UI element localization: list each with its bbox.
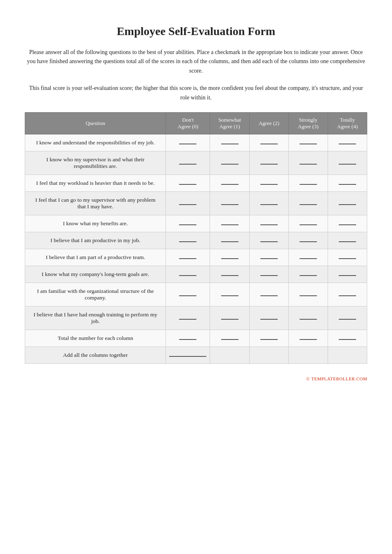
answer-cell[interactable] [249,266,288,283]
evaluation-table: Question Don'tAgree (0) SomewhatAgree (1… [25,112,367,364]
answer-cell[interactable] [249,174,288,191]
answer-cell[interactable] [288,249,328,266]
answer-cell[interactable] [249,134,288,151]
answer-cell[interactable] [328,191,367,215]
answer-cell[interactable] [249,232,288,249]
question-cell: I know who my supervisor is and what the… [25,151,166,174]
question-cell: I am familiar with the organizational st… [25,283,166,306]
answer-cell[interactable] [249,215,288,232]
answer-cell[interactable] [328,283,367,306]
answer-cell[interactable] [249,283,288,306]
header-col0: Don'tAgree (0) [166,112,210,134]
header-col2: Agree (2) [249,112,288,134]
answer-cell[interactable] [288,215,328,232]
answer-cell[interactable] [328,266,367,283]
footer-text: © TEMPLATEROLLER.COM [306,376,367,381]
table-row: I know who my supervisor is and what the… [25,151,367,174]
table-row: I feel that my workload is heavier than … [25,174,367,191]
table-row: I believe that I have had enough trainin… [25,306,367,330]
answer-cell[interactable] [288,232,328,249]
table-row: I believe that I am part of a productive… [25,249,367,266]
intro-paragraph: Please answer all of the following quest… [25,48,367,75]
answer-cell[interactable] [328,347,367,363]
table-row: I know and understand the responsibiliti… [25,134,367,151]
answer-cell[interactable] [166,134,210,151]
question-cell: I know what my company's long-term goals… [25,266,166,283]
table-row: I believe that I am productive in my job… [25,232,367,249]
answer-cell[interactable] [166,232,210,249]
header-col4: TotallyAgree (4) [328,112,367,134]
answer-cell[interactable] [328,249,367,266]
answer-cell[interactable] [288,134,328,151]
page-title: Employee Self-Evaluation Form [25,25,367,38]
answer-cell[interactable] [249,151,288,174]
answer-cell[interactable] [249,330,288,347]
answer-cell[interactable] [210,249,249,266]
question-cell: I know and understand the responsibiliti… [25,134,166,151]
question-cell: I believe that I am productive in my job… [25,232,166,249]
question-cell: I believe that I have had enough trainin… [25,306,166,330]
table-row: I know what my company's long-term goals… [25,266,367,283]
answer-cell[interactable] [328,306,367,330]
answer-cell[interactable] [288,306,328,330]
answer-cell[interactable] [249,249,288,266]
answer-cell[interactable] [328,232,367,249]
answer-cell[interactable] [210,191,249,215]
answer-cell[interactable] [166,215,210,232]
answer-cell[interactable] [210,151,249,174]
answer-cell[interactable] [288,347,328,363]
answer-cell[interactable] [288,330,328,347]
answer-cell[interactable] [288,283,328,306]
answer-cell[interactable] [166,174,210,191]
question-cell: Add all the columns together [25,347,166,363]
question-cell: I feel that my workload is heavier than … [25,174,166,191]
header-col3: StronglyAgree (3) [288,112,328,134]
question-cell: I believe that I am part of a productive… [25,249,166,266]
answer-cell[interactable] [210,266,249,283]
answer-cell[interactable] [210,174,249,191]
answer-cell[interactable] [210,215,249,232]
answer-cell[interactable] [166,191,210,215]
answer-cell[interactable] [210,134,249,151]
answer-cell[interactable] [166,347,210,363]
answer-cell[interactable] [249,191,288,215]
question-cell: I feel that I can go to my supervisor wi… [25,191,166,215]
question-cell: Total the number for each column [25,330,166,347]
answer-cell[interactable] [249,347,288,363]
answer-cell[interactable] [210,283,249,306]
header-col1: SomewhatAgree (1) [210,112,249,134]
answer-cell[interactable] [288,174,328,191]
table-row: Add all the columns together [25,347,367,363]
answer-cell[interactable] [249,306,288,330]
answer-cell[interactable] [166,330,210,347]
answer-cell[interactable] [288,151,328,174]
table-row: I feel that I can go to my supervisor wi… [25,191,367,215]
answer-cell[interactable] [166,306,210,330]
footer: © TEMPLATEROLLER.COM [25,376,367,381]
answer-cell[interactable] [328,174,367,191]
answer-cell[interactable] [210,347,249,363]
answer-cell[interactable] [166,266,210,283]
header-question: Question [25,112,166,134]
answer-cell[interactable] [210,232,249,249]
answer-cell[interactable] [328,215,367,232]
answer-cell[interactable] [328,134,367,151]
answer-cell[interactable] [166,249,210,266]
second-paragraph: This final score is your self-evaluation… [25,84,367,102]
answer-cell[interactable] [166,283,210,306]
table-row: I am familiar with the organizational st… [25,283,367,306]
answer-cell[interactable] [288,266,328,283]
answer-cell[interactable] [210,330,249,347]
answer-cell[interactable] [288,191,328,215]
answer-cell[interactable] [210,306,249,330]
answer-cell[interactable] [328,151,367,174]
answer-cell[interactable] [166,151,210,174]
answer-cell[interactable] [328,330,367,347]
table-row: Total the number for each column [25,330,367,347]
question-cell: I know what my benefits are. [25,215,166,232]
table-row: I know what my benefits are. [25,215,367,232]
